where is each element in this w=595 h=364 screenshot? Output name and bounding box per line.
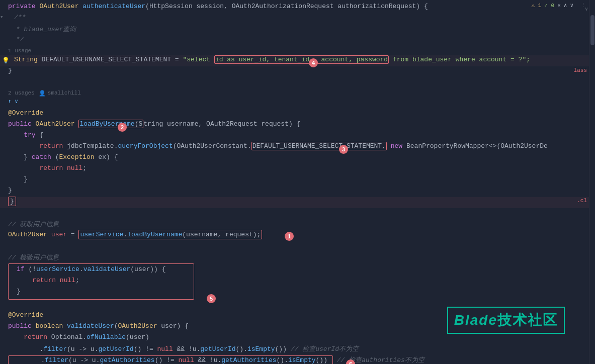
- code-line-catch: } catch (Exception ex) {: [0, 153, 595, 164]
- usage-count-2: 2 usages 👤 smallchill: [0, 88, 595, 98]
- code-line-2: ▾ /**: [0, 13, 595, 24]
- code-line-return-null-2: return null;: [9, 276, 194, 287]
- code-line-if: if (!userService.validateUser(user)) {: [9, 265, 194, 276]
- code-line-catch-close: }: [0, 175, 595, 186]
- highlighted-sql-select: id as user_id, tenant_id , account, pass…: [214, 55, 389, 64]
- code-line-return-null-1: return null;: [0, 164, 595, 175]
- code-line-override-1: @Override: [0, 109, 595, 120]
- code-line-return-jdbc: return jdbcTemplate.queryForObject(OAuth…: [0, 142, 595, 153]
- blank-line-1: [0, 77, 595, 88]
- usage-count-1: 1 usage: [0, 46, 595, 55]
- user-icon: 👤: [39, 90, 46, 97]
- blank-line-2: [0, 208, 595, 219]
- code-line-if-close: }: [9, 287, 194, 298]
- code-line-comment-validate: // 检验用户信息: [0, 252, 595, 263]
- code-line-filter-1: .filter(u -> u.getUserId() != null && !u…: [0, 344, 595, 355]
- override-line: ⬆ ∨: [0, 98, 595, 109]
- highlighted-userservice-call: userService.loadByUsername(username, req…: [78, 230, 262, 239]
- blank-line-3: [0, 241, 595, 252]
- code-line-optional: return Optional.ofNullable(user): [0, 333, 595, 344]
- code-line-4: */: [0, 35, 595, 46]
- code-editor: ⚠ 1 ✓ 0 ✕ ∧ ∨ ⋮ ∨ private OAuth2User aut…: [0, 0, 595, 364]
- code-line-close-1: } lass: [0, 66, 595, 77]
- highlighted-brace: }: [8, 197, 16, 206]
- code-line-filter-2: .filter(u -> u.getAuthorities() != null …: [0, 355, 595, 364]
- highlighted-loadByUsername: loadByUsername(S: [78, 120, 143, 128]
- side-label-class: lass: [574, 67, 587, 73]
- code-line-comment-get-user: // 获取用户信息: [0, 219, 595, 230]
- scrollbar-thumb[interactable]: [590, 15, 594, 45]
- badge-1: 1: [285, 232, 294, 241]
- watermark: Blade技术社区: [447, 307, 565, 334]
- scrollbar[interactable]: [589, 0, 595, 364]
- code-line-1: private OAuth2User authenticateUser(Http…: [0, 2, 595, 13]
- code-line-method-close: }: [0, 186, 595, 197]
- highlighted-filter-authorities: .filter(u -> u.getAuthorities() != null …: [8, 355, 333, 364]
- code-line-user-assign: OAuth2User user = userService.loadByUser…: [0, 230, 595, 241]
- code-line-class-close: } .cl: [0, 197, 595, 208]
- highlighted-constant: DEFAULT_USERNAME_SELECT_STATEMENT,: [251, 142, 387, 150]
- side-label-cl: .cl: [577, 198, 587, 204]
- code-line-loadByUsername: public OAuth2User loadByUsername(String …: [0, 120, 595, 131]
- code-line-try: try {: [0, 131, 595, 142]
- highlighted-if-block: if (!userService.validateUser(user)) { r…: [8, 263, 194, 300]
- code-line-3: * blade_user查询: [0, 24, 595, 35]
- code-line-select-statement: 💡 String DEFAULT_USERNAME_SELECT_STATEME…: [0, 55, 595, 66]
